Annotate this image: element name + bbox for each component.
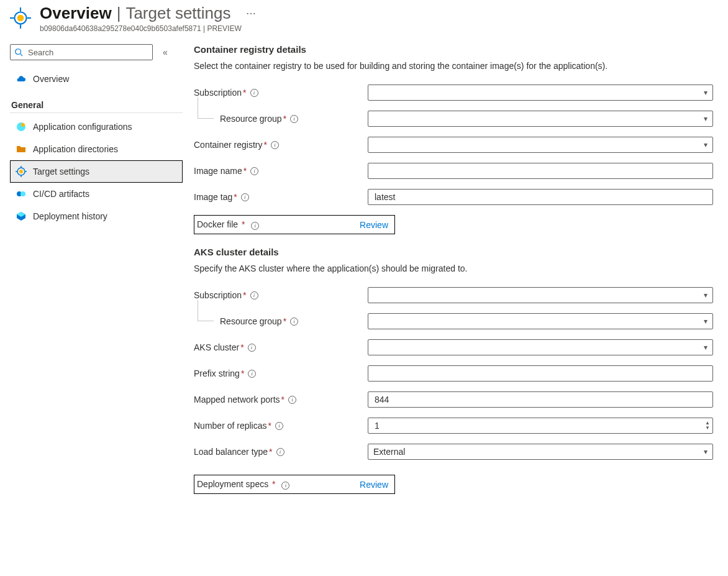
tree-connector bbox=[198, 300, 214, 321]
required-mark: * bbox=[281, 395, 284, 405]
svg-point-6 bbox=[16, 49, 21, 55]
image-tag-input-wrapper bbox=[368, 189, 713, 205]
subscription-dropdown[interactable]: ▾ bbox=[368, 85, 713, 101]
label-aks-subscription: Subscription bbox=[194, 290, 242, 300]
image-tag-input[interactable] bbox=[373, 191, 708, 203]
sidebar-item-app-directories[interactable]: Application directories bbox=[10, 138, 183, 160]
chevron-down-icon: ▾ bbox=[704, 291, 708, 299]
info-icon[interactable]: i bbox=[250, 291, 258, 299]
resource-identifier: b09806da640638a295278e040c9b6503afef5871… bbox=[40, 24, 257, 33]
required-mark: * bbox=[283, 114, 286, 124]
sidebar-item-deployment-history[interactable]: Deployment history bbox=[10, 205, 183, 227]
target-icon bbox=[16, 166, 27, 177]
required-mark: * bbox=[264, 140, 267, 150]
page-title: Overview bbox=[40, 4, 112, 23]
lb-type-dropdown[interactable]: External ▾ bbox=[368, 444, 713, 460]
sidebar-item-target-settings[interactable]: Target settings bbox=[10, 160, 183, 183]
info-icon[interactable]: i bbox=[250, 89, 258, 97]
image-name-input-wrapper bbox=[368, 163, 713, 179]
collapse-sidebar-button[interactable]: « bbox=[163, 47, 168, 57]
label-mapped-ports: Mapped network ports bbox=[194, 395, 280, 405]
required-mark: * bbox=[243, 88, 246, 98]
title-separator: | bbox=[117, 4, 121, 23]
prefix-input[interactable] bbox=[373, 368, 708, 379]
svg-point-10 bbox=[19, 170, 23, 173]
svg-point-0 bbox=[17, 15, 24, 22]
label-image-tag: Image tag bbox=[194, 192, 232, 202]
label-prefix-string: Prefix string bbox=[194, 368, 240, 378]
label-resource-group: Resource group bbox=[220, 114, 282, 124]
required-mark: * bbox=[234, 192, 237, 202]
app-config-icon bbox=[16, 121, 27, 132]
info-icon[interactable]: i bbox=[288, 396, 296, 404]
chevron-down-icon: ▾ bbox=[704, 447, 708, 456]
required-mark: * bbox=[243, 290, 246, 300]
info-icon[interactable]: i bbox=[248, 370, 256, 378]
dropdown-value: External bbox=[373, 447, 405, 457]
deployment-specs-review-link[interactable]: Review bbox=[360, 480, 388, 490]
info-icon[interactable]: i bbox=[241, 193, 249, 201]
deployment-specs-review-row: Deployment specs * i Review bbox=[194, 475, 395, 494]
section-desc-aks: Specify the AKS cluster where the applic… bbox=[194, 263, 713, 273]
required-mark: * bbox=[241, 368, 244, 378]
svg-point-9 bbox=[21, 123, 25, 127]
label-aks-resource-group: Resource group bbox=[220, 316, 282, 326]
tree-connector bbox=[198, 98, 214, 119]
sidebar-item-app-configurations[interactable]: Application configurations bbox=[10, 116, 183, 138]
section-title-registry: Container registry details bbox=[194, 44, 713, 55]
sidebar-search[interactable] bbox=[10, 44, 153, 60]
sidebar-group-general: General bbox=[10, 100, 183, 110]
docker-file-review-link[interactable]: Review bbox=[360, 220, 388, 230]
info-icon[interactable]: i bbox=[290, 318, 298, 326]
svg-line-7 bbox=[20, 54, 23, 57]
page-subtitle: Target settings bbox=[125, 4, 230, 23]
section-title-aks: AKS cluster details bbox=[194, 247, 713, 257]
info-icon[interactable]: i bbox=[250, 167, 258, 175]
label-lb-type: Load balancer type bbox=[194, 447, 268, 457]
sidebar-search-input[interactable] bbox=[27, 47, 148, 58]
info-icon[interactable]: i bbox=[281, 482, 289, 490]
info-icon[interactable]: i bbox=[290, 115, 298, 123]
replicas-stepper[interactable]: ▲ ▼ bbox=[368, 418, 713, 434]
info-icon[interactable]: i bbox=[248, 344, 256, 352]
label-docker-file: Docker file bbox=[197, 219, 238, 229]
info-icon[interactable]: i bbox=[276, 448, 284, 456]
sidebar-item-cicd-artifacts[interactable]: CI/CD artifacts bbox=[10, 183, 183, 205]
stepper-down-icon[interactable]: ▼ bbox=[705, 426, 710, 431]
ports-input-wrapper bbox=[368, 391, 713, 408]
info-icon[interactable]: i bbox=[271, 141, 279, 149]
label-subscription: Subscription bbox=[194, 88, 242, 98]
chevron-down-icon: ▾ bbox=[704, 317, 708, 326]
required-mark: * bbox=[268, 421, 271, 431]
chevron-down-icon: ▾ bbox=[704, 88, 708, 97]
svg-point-17 bbox=[20, 191, 25, 196]
label-image-name: Image name bbox=[194, 166, 242, 176]
required-mark: * bbox=[242, 219, 245, 229]
sidebar: « Overview General Application configura… bbox=[10, 44, 183, 506]
sidebar-item-label: Application configurations bbox=[33, 122, 132, 132]
sidebar-divider bbox=[10, 112, 183, 113]
sidebar-item-label: Target settings bbox=[33, 167, 89, 176]
aks-cluster-dropdown[interactable]: ▾ bbox=[368, 339, 713, 355]
main-content: Container registry details Select the co… bbox=[183, 44, 718, 506]
info-icon[interactable]: i bbox=[251, 222, 259, 230]
container-registry-dropdown[interactable]: ▾ bbox=[368, 137, 713, 153]
pipeline-icon bbox=[16, 188, 27, 199]
required-mark: * bbox=[240, 342, 243, 352]
aks-resource-group-dropdown[interactable]: ▾ bbox=[368, 313, 713, 329]
replicas-input[interactable] bbox=[373, 420, 699, 431]
image-name-input[interactable] bbox=[373, 165, 708, 176]
sidebar-item-overview[interactable]: Overview bbox=[10, 68, 183, 90]
chevron-down-icon: ▾ bbox=[704, 343, 708, 352]
chevron-down-icon: ▾ bbox=[704, 114, 708, 123]
docker-file-review-row: Docker file * i Review bbox=[194, 215, 395, 234]
search-icon bbox=[14, 48, 23, 57]
ports-input[interactable] bbox=[373, 394, 708, 405]
chevron-down-icon: ▾ bbox=[704, 140, 708, 149]
aks-subscription-dropdown[interactable]: ▾ bbox=[368, 287, 713, 303]
more-actions-button[interactable]: ⋯ bbox=[246, 7, 257, 19]
info-icon[interactable]: i bbox=[275, 422, 283, 430]
page-header: Overview | Target settings ⋯ b09806da640… bbox=[10, 4, 718, 33]
resource-group-dropdown[interactable]: ▾ bbox=[368, 111, 713, 127]
required-mark: * bbox=[283, 316, 286, 326]
